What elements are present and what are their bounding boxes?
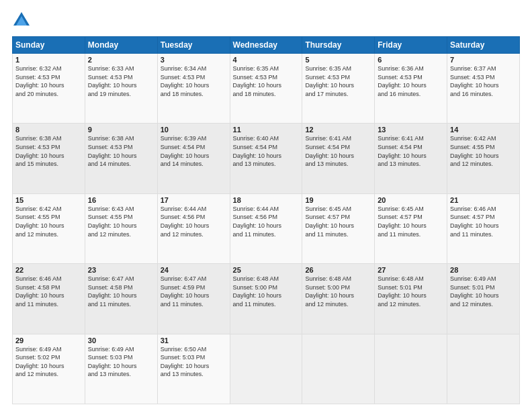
calendar-day-cell: 26Sunrise: 6:48 AM Sunset: 5:00 PM Dayli… [302,264,375,334]
calendar-day-cell: 21Sunrise: 6:46 AM Sunset: 4:57 PM Dayli… [447,193,520,263]
day-number: 2 [88,56,154,64]
day-info: Sunrise: 6:49 AM Sunset: 5:03 PM Dayligh… [88,345,154,379]
day-number: 12 [305,126,371,134]
calendar-day-cell: 15Sunrise: 6:42 AM Sunset: 4:55 PM Dayli… [13,193,85,263]
day-info: Sunrise: 6:38 AM Sunset: 4:53 PM Dayligh… [88,134,154,168]
calendar-table: SundayMondayTuesdayWednesdayThursdayFrid… [12,36,520,404]
day-info: Sunrise: 6:36 AM Sunset: 4:53 PM Dayligh… [378,64,444,98]
day-info: Sunrise: 6:47 AM Sunset: 4:58 PM Dayligh… [88,275,154,308]
day-number: 1 [15,56,82,64]
calendar-empty-cell [230,334,302,404]
day-info: Sunrise: 6:33 AM Sunset: 4:53 PM Dayligh… [88,64,154,98]
day-number: 7 [450,56,517,64]
calendar-empty-cell [375,334,447,404]
day-info: Sunrise: 6:39 AM Sunset: 4:54 PM Dayligh… [161,134,227,168]
day-info: Sunrise: 6:35 AM Sunset: 4:53 PM Dayligh… [233,64,300,98]
day-info: Sunrise: 6:32 AM Sunset: 4:53 PM Dayligh… [15,64,82,98]
calendar-week-row: 15Sunrise: 6:42 AM Sunset: 4:55 PM Dayli… [13,193,520,263]
day-number: 19 [305,196,371,204]
calendar-day-cell: 30Sunrise: 6:49 AM Sunset: 5:03 PM Dayli… [85,334,157,404]
day-info: Sunrise: 6:42 AM Sunset: 4:55 PM Dayligh… [450,134,517,168]
day-of-week-header: Thursday [302,37,375,54]
calendar-empty-cell [447,334,520,404]
calendar-day-cell: 31Sunrise: 6:50 AM Sunset: 5:03 PM Dayli… [157,334,230,404]
day-number: 21 [450,196,517,204]
day-info: Sunrise: 6:49 AM Sunset: 5:01 PM Dayligh… [450,275,517,308]
day-info: Sunrise: 6:41 AM Sunset: 4:54 PM Dayligh… [378,134,444,168]
calendar-week-row: 1Sunrise: 6:32 AM Sunset: 4:53 PM Daylig… [13,54,520,124]
day-number: 8 [15,126,82,134]
calendar-day-cell: 10Sunrise: 6:39 AM Sunset: 4:54 PM Dayli… [157,124,230,193]
day-number: 10 [161,126,227,134]
calendar-day-cell: 18Sunrise: 6:44 AM Sunset: 4:56 PM Dayli… [230,193,302,263]
day-info: Sunrise: 6:46 AM Sunset: 4:58 PM Dayligh… [15,275,82,308]
day-number: 15 [15,196,82,204]
day-info: Sunrise: 6:48 AM Sunset: 5:00 PM Dayligh… [233,275,300,308]
day-info: Sunrise: 6:50 AM Sunset: 5:03 PM Dayligh… [161,345,227,379]
day-of-week-header: Tuesday [157,37,230,54]
calendar-header-row: SundayMondayTuesdayWednesdayThursdayFrid… [13,37,520,54]
day-number: 25 [233,266,300,274]
day-info: Sunrise: 6:43 AM Sunset: 4:55 PM Dayligh… [88,205,154,238]
day-number: 6 [378,56,444,64]
day-of-week-header: Monday [85,37,157,54]
calendar-day-cell: 12Sunrise: 6:41 AM Sunset: 4:54 PM Dayli… [302,124,375,193]
calendar-day-cell: 1Sunrise: 6:32 AM Sunset: 4:53 PM Daylig… [13,54,85,124]
calendar-day-cell: 23Sunrise: 6:47 AM Sunset: 4:58 PM Dayli… [85,264,157,334]
day-info: Sunrise: 6:49 AM Sunset: 5:02 PM Dayligh… [15,345,82,379]
calendar-day-cell: 5Sunrise: 6:35 AM Sunset: 4:53 PM Daylig… [302,54,375,124]
day-info: Sunrise: 6:44 AM Sunset: 4:56 PM Dayligh… [233,205,300,238]
day-info: Sunrise: 6:40 AM Sunset: 4:54 PM Dayligh… [233,134,300,168]
day-number: 3 [161,56,227,64]
day-number: 30 [88,336,154,345]
day-number: 24 [161,266,227,274]
calendar-day-cell: 27Sunrise: 6:48 AM Sunset: 5:01 PM Dayli… [375,264,447,334]
day-number: 27 [378,266,444,274]
day-info: Sunrise: 6:42 AM Sunset: 4:55 PM Dayligh… [15,205,82,238]
day-number: 23 [88,266,154,274]
day-number: 11 [233,126,300,134]
day-number: 5 [305,56,371,64]
day-info: Sunrise: 6:37 AM Sunset: 4:53 PM Dayligh… [450,64,517,98]
calendar-day-cell: 28Sunrise: 6:49 AM Sunset: 5:01 PM Dayli… [447,264,520,334]
calendar-day-cell: 17Sunrise: 6:44 AM Sunset: 4:56 PM Dayli… [157,193,230,263]
day-number: 9 [88,126,154,134]
calendar-day-cell: 20Sunrise: 6:45 AM Sunset: 4:57 PM Dayli… [375,193,447,263]
calendar-day-cell: 19Sunrise: 6:45 AM Sunset: 4:57 PM Dayli… [302,193,375,263]
day-info: Sunrise: 6:47 AM Sunset: 4:59 PM Dayligh… [161,275,227,308]
day-number: 22 [15,266,82,274]
page: SundayMondayTuesdayWednesdayThursdayFrid… [0,0,532,411]
day-info: Sunrise: 6:48 AM Sunset: 5:01 PM Dayligh… [378,275,444,308]
calendar-day-cell: 7Sunrise: 6:37 AM Sunset: 4:53 PM Daylig… [447,54,520,124]
calendar-day-cell: 29Sunrise: 6:49 AM Sunset: 5:02 PM Dayli… [13,334,85,404]
day-number: 18 [233,196,300,204]
day-info: Sunrise: 6:35 AM Sunset: 4:53 PM Dayligh… [305,64,371,98]
header [12,11,520,30]
logo [12,11,34,30]
calendar-day-cell: 13Sunrise: 6:41 AM Sunset: 4:54 PM Dayli… [375,124,447,193]
calendar-day-cell: 16Sunrise: 6:43 AM Sunset: 4:55 PM Dayli… [85,193,157,263]
day-info: Sunrise: 6:44 AM Sunset: 4:56 PM Dayligh… [161,205,227,238]
day-info: Sunrise: 6:46 AM Sunset: 4:57 PM Dayligh… [450,205,517,238]
calendar-day-cell: 4Sunrise: 6:35 AM Sunset: 4:53 PM Daylig… [230,54,302,124]
day-info: Sunrise: 6:45 AM Sunset: 4:57 PM Dayligh… [378,205,444,238]
day-number: 20 [378,196,444,204]
day-number: 29 [15,336,82,345]
day-of-week-header: Wednesday [230,37,302,54]
generalblue-logo-icon [12,11,31,30]
day-of-week-header: Sunday [13,37,85,54]
day-of-week-header: Friday [375,37,447,54]
calendar-day-cell: 9Sunrise: 6:38 AM Sunset: 4:53 PM Daylig… [85,124,157,193]
calendar-day-cell: 8Sunrise: 6:38 AM Sunset: 4:53 PM Daylig… [13,124,85,193]
day-number: 14 [450,126,517,134]
day-info: Sunrise: 6:34 AM Sunset: 4:53 PM Dayligh… [161,64,227,98]
day-number: 17 [161,196,227,204]
calendar-day-cell: 22Sunrise: 6:46 AM Sunset: 4:58 PM Dayli… [13,264,85,334]
calendar-day-cell: 6Sunrise: 6:36 AM Sunset: 4:53 PM Daylig… [375,54,447,124]
day-info: Sunrise: 6:45 AM Sunset: 4:57 PM Dayligh… [305,205,371,238]
calendar-day-cell: 3Sunrise: 6:34 AM Sunset: 4:53 PM Daylig… [157,54,230,124]
calendar-day-cell: 2Sunrise: 6:33 AM Sunset: 4:53 PM Daylig… [85,54,157,124]
calendar-day-cell: 25Sunrise: 6:48 AM Sunset: 5:00 PM Dayli… [230,264,302,334]
day-number: 4 [233,56,300,64]
calendar-day-cell: 24Sunrise: 6:47 AM Sunset: 4:59 PM Dayli… [157,264,230,334]
